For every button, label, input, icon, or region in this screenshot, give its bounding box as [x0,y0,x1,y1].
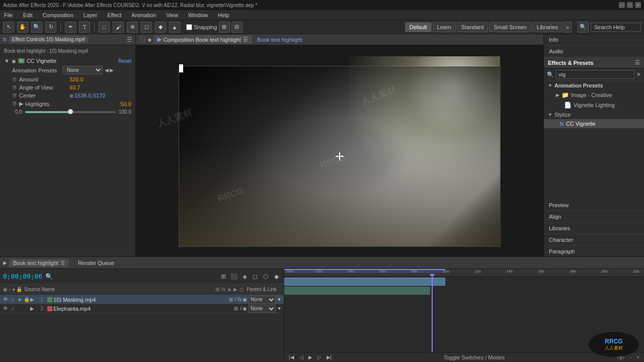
align-panel-item[interactable]: Align [544,211,644,223]
timeline-ruler[interactable]: 00s 02s 04s 06s 08s 10s 12s 14s 16s 18s … [284,269,644,277]
tl-play-btn[interactable]: ▶ [307,354,314,360]
search-input[interactable] [591,23,641,32]
playhead[interactable] [432,277,433,352]
search-clear-icon[interactable]: ✕ [636,71,641,78]
layer-1-vis[interactable]: 👁 [2,297,9,302]
tl-nav-end[interactable]: ▶| [325,354,334,360]
text-tool[interactable]: T [79,22,90,33]
tl-nav-start[interactable]: |◀ [287,354,296,360]
pin-expand[interactable]: ▶ [19,101,23,107]
track-1-clip[interactable] [284,278,445,286]
amount-value[interactable]: 320.0 [69,76,84,82]
layer-1-row[interactable]: 👁 ♪ ● 🔒 ▶ 1 10) Masking.mp4 ⊞ / fx ◉ Non… [0,295,284,304]
angle-value[interactable]: 93.7 [69,84,80,90]
shape-tool[interactable]: □ [99,22,110,33]
tl-tab-menu[interactable]: ☰ [60,260,65,265]
menu-help[interactable]: Help [216,11,231,19]
work-area[interactable] [284,269,445,273]
audio-panel-item[interactable]: Audio [544,46,644,57]
cc-vignette-item[interactable]: fx CC Vignette [544,119,644,128]
paragraph-panel-item[interactable]: Paragraph [544,246,644,257]
center-keyframe[interactable]: ⏱ [12,93,17,99]
track-2-clip[interactable] [284,287,430,295]
vignette-vis[interactable]: ◉ [12,58,16,64]
col-audio-icon[interactable]: ♪ [9,287,11,292]
col-mode-icon[interactable]: fx [221,287,225,292]
image-creative-folder[interactable]: ▶ 📁 Image - Creative [544,90,644,100]
layer-2-row[interactable]: 👁 ♪ ▶ 2 Elephanta.mp4 ⊞ / ◉ None ▼ [0,304,284,313]
anim-presets-select[interactable]: None [62,66,103,74]
col-switch-icon[interactable]: ⊞ [215,287,219,292]
layer-2-expand[interactable]: ▶ [30,306,37,311]
layer-2-vis[interactable]: 👁 [2,306,9,311]
menu-file[interactable]: File [2,11,15,19]
brush-tool[interactable]: 🖌 [113,22,124,33]
col-vis-icon[interactable]: ◉ [3,287,8,292]
tl-solo-btn[interactable]: ◆ [272,272,281,281]
handle-left[interactable] [179,64,183,68]
workspace-libraries[interactable]: Libraries [532,22,562,32]
pin-value[interactable]: 50.0 [121,101,131,107]
layer-2-fx-btn[interactable]: / [240,306,242,311]
reset-button[interactable]: Reset [118,58,131,64]
tl-nav-next-kf[interactable]: ▷ [316,354,323,360]
menu-window[interactable]: Window [186,11,210,19]
layer-2-name[interactable]: Elephanta.mp4 [53,306,233,312]
workspace-small-screen[interactable]: Small Screen [489,22,531,32]
preview-panel-item[interactable]: Preview [544,200,644,211]
anim-prev[interactable]: ◀ [105,67,109,73]
eraser-tool[interactable]: ◻ [141,22,152,33]
minimize-button[interactable]: ─ [619,2,625,8]
render-queue-tab[interactable]: Render Queue [74,259,118,267]
anim-next[interactable]: ▶ [110,67,114,73]
snap-option-1[interactable]: ⊞ [219,22,230,33]
layer-1-expand[interactable]: ▶ [30,297,37,302]
menu-composition[interactable]: Composition [41,11,75,19]
info-panel-item[interactable]: Info [544,34,644,46]
layer-1-lock[interactable]: 🔒 [23,297,30,302]
close-button[interactable]: ✕ [635,2,641,8]
search-icon[interactable]: 🔍 [578,22,589,33]
menu-animation[interactable]: Animation [129,11,158,19]
layer-1-audio[interactable]: ♪ [9,297,16,302]
stylize-header[interactable]: ▼ Stylize [544,110,644,119]
angle-keyframe[interactable]: ⏱ [12,85,17,90]
menu-view[interactable]: View [164,11,180,19]
tl-zoom-out-btn[interactable]: - [628,354,633,360]
tl-zoom-in-btn[interactable]: + [635,354,641,360]
effects-presets-menu[interactable]: ☰ [635,59,640,66]
workspace-learn[interactable]: Learn [433,22,456,32]
tl-timecode[interactable]: 0;00;09;06 [3,273,42,280]
layer-1-fx-btn[interactable]: / fx [235,297,242,302]
layer-1-solo[interactable]: ● [16,297,23,302]
amount-keyframe[interactable]: ⏱ [12,77,17,82]
panel-menu-icon[interactable]: ☰ [127,36,132,43]
puppet-tool[interactable]: ◆ [155,22,166,33]
libraries-panel-item[interactable]: Libraries [544,223,644,234]
menu-edit[interactable]: Edit [21,11,35,19]
effect-controls-tab[interactable]: Effect Controls 10) Masking.mp4 [9,36,88,43]
tl-mask-btn[interactable]: ◻ [251,272,260,281]
vignette-toggle[interactable]: ▼ [4,58,10,64]
character-panel-item[interactable]: Character [544,234,644,246]
tl-motion-btn[interactable]: ◈ [240,272,249,281]
layer-1-parent-select[interactable]: None [248,296,276,304]
selection-tool[interactable]: ↖ [3,22,14,33]
comp-tab[interactable]: ▶ Composition Book text highlight ☰ [153,35,252,44]
tl-draft-btn[interactable]: ⬛ [229,272,238,281]
handle-right[interactable] [179,68,183,72]
snap-option-2[interactable]: ⊟ [231,22,243,33]
col-paint-icon[interactable]: ◻ [239,287,244,292]
comp-tab-menu[interactable]: ☰ [243,36,248,43]
more-workspaces[interactable]: » [564,22,572,33]
tl-nav-prev-kf[interactable]: ◁ [298,354,305,360]
layer-1-parent-arrow[interactable]: ▼ [277,297,282,302]
layer-2-audio[interactable]: ♪ [9,306,16,311]
pen-tool[interactable]: ✒ [65,22,76,33]
animation-presets-header[interactable]: ▼ Animation Presets [544,81,644,90]
clone-tool[interactable]: ⊕ [127,22,138,33]
workspace-standard[interactable]: Standard [457,22,489,32]
col-lock-icon[interactable]: 🔒 [16,287,22,292]
timeline-tab[interactable]: Book text highlight ☰ [9,259,69,267]
rotate-tool[interactable]: ↻ [45,22,56,33]
